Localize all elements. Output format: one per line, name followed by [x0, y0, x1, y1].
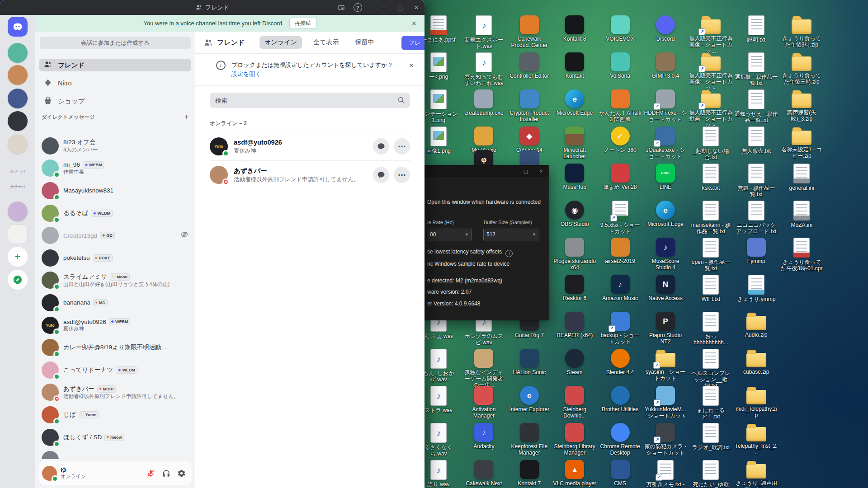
- desktop-icon[interactable]: createdump.exe: [462, 89, 505, 116]
- help-icon[interactable]: ?: [349, 0, 366, 15]
- desktop-icon[interactable]: きょうり.ymmp: [735, 275, 778, 302]
- desktop-icon[interactable]: 通知うぜえ - 親作品一覧.txt: [735, 89, 778, 123]
- discord-home-button[interactable]: [8, 17, 28, 37]
- dm-list-item[interactable]: ほしくず / SD♥meow: [39, 426, 191, 449]
- dm-list-item[interactable]: Yutoasdf@yuto0926◆WEBM夏休み神: [39, 314, 191, 337]
- desktop-icon[interactable]: WIFI.txt: [689, 275, 732, 302]
- desktop-icon[interactable]: ♪Amazon Music: [599, 275, 642, 301]
- desktop-icon[interactable]: ↗backup - ショートカット: [599, 312, 642, 345]
- message-button[interactable]: [373, 138, 389, 155]
- server-name-label[interactable]: かサーバ: [4, 169, 31, 174]
- desktop-icon[interactable]: Chrome Remote Desktop: [599, 423, 642, 456]
- desktop-icon[interactable]: きょうり_調声用データ.zip: [735, 460, 778, 488]
- desktop-icon[interactable]: ↗万引きメモ.txt - ショートカット: [644, 460, 687, 488]
- dm-list-item[interactable]: カレー卯丼@8/19より期限不明活動...: [39, 336, 191, 359]
- desktop-icon[interactable]: 答え知ってもむずいわこれ.wav: [462, 52, 505, 86]
- desktop-icon[interactable]: ↗無人販売不正行為画像 - ショートカット: [689, 52, 732, 91]
- dm-list-item[interactable]: Creator13gd◆GD: [39, 224, 191, 247]
- server-icon[interactable]: [8, 89, 28, 108]
- desktop-icon[interactable]: ◆Cubase 14: [508, 127, 551, 153]
- sidebar-item-shop[interactable]: ショップ: [39, 95, 191, 108]
- microphone-muted-icon[interactable]: [144, 466, 157, 480]
- friend-row[interactable]: Yutoasdf@yuto0926夏休み神⋯: [210, 132, 410, 160]
- desktop-icon[interactable]: cubase.zip: [735, 349, 778, 375]
- server-icon[interactable]: [8, 65, 28, 85]
- tab-pending[interactable]: 保留中: [350, 36, 379, 49]
- desktop-icon[interactable]: ↗家の防犯カメラ - ショートカット: [644, 423, 687, 456]
- server-icon[interactable]: [8, 224, 28, 244]
- desktop-icon[interactable]: 調声練習(失敗)_3.zip: [780, 89, 823, 122]
- desktop-icon[interactable]: Activation Manager: [462, 386, 505, 419]
- desktop-icon[interactable]: Cakewalk Product Center: [508, 15, 551, 48]
- desktop-icon[interactable]: NNative Access: [644, 275, 687, 301]
- desktop-icon[interactable]: 説明.txt: [735, 15, 778, 43]
- desktop-icon[interactable]: Cakewalk Next: [462, 460, 505, 487]
- desktop-icon[interactable]: ニコニコバックアップロード.txt: [735, 201, 778, 235]
- minimize-button[interactable]: —: [376, 0, 392, 15]
- desktop-icon[interactable]: ♪MuseScore Studio 4: [644, 238, 687, 271]
- desktop-icon[interactable]: CMS: [599, 460, 642, 487]
- desktop-icon[interactable]: Controller Editor: [508, 52, 551, 79]
- desktop-icon[interactable]: ↗無人販売不正行為画像 - ショートカッ...: [689, 15, 732, 54]
- desktop-icon[interactable]: MoZA.exe: [462, 127, 505, 153]
- more-button[interactable]: ⋯: [394, 138, 410, 155]
- desktop-icon[interactable]: open - 親作品一覧.txt: [689, 238, 732, 272]
- desktop-icon[interactable]: Kontakt 7: [508, 460, 551, 487]
- desktop-icon[interactable]: Kontakt 8: [553, 15, 596, 42]
- create-dm-icon[interactable]: +: [184, 113, 189, 121]
- maximize-button[interactable]: ▢: [392, 0, 408, 15]
- tab-all[interactable]: 全て表示: [308, 36, 344, 49]
- desktop-icon[interactable]: 孤独なインディーゲーム開発者の一生...: [462, 349, 505, 388]
- dm-list-item[interactable]: poketetsu◆POKE: [39, 247, 191, 269]
- dm-list-item[interactable]: じば☾Yume: [39, 404, 191, 426]
- desktop-icon[interactable]: ▲VLC media player: [553, 460, 596, 487]
- desktop-icon[interactable]: midi_Telepathy.zip: [735, 386, 778, 418]
- desktop-icon[interactable]: PPiapro Studio NT2: [644, 312, 687, 345]
- desktop-icon[interactable]: まにわーるど！.txt: [689, 386, 732, 420]
- message-button[interactable]: [373, 167, 389, 183]
- desktop-icon[interactable]: Audio.zip: [735, 312, 778, 338]
- desktop-icon[interactable]: eMicrosoft Edge: [644, 201, 687, 227]
- server-icon[interactable]: [8, 43, 28, 63]
- desktop-icon[interactable]: ↗YukkunMovieM... - ショートカット: [644, 386, 687, 419]
- gear-icon[interactable]: [175, 466, 188, 480]
- desktop-icon[interactable]: ksks.txt: [689, 164, 732, 191]
- desktop-icon[interactable]: Steinberg Library Manager: [553, 423, 596, 456]
- desktop-icon[interactable]: REAPER (x64): [553, 312, 596, 338]
- desktop-icon[interactable]: きょうり食ってた午後3時-01.cpr: [780, 238, 823, 272]
- desktop-icon[interactable]: Fymmp: [735, 238, 778, 264]
- banner-close-icon[interactable]: ×: [411, 19, 416, 28]
- desktop-icon[interactable]: Brother Utilities: [599, 386, 642, 413]
- desktop-icon[interactable]: Reaktor 6: [553, 275, 596, 301]
- server-icon[interactable]: [8, 202, 28, 221]
- desktop-icon[interactable]: ♪Audacity: [462, 423, 505, 450]
- desktop-icon[interactable]: ✓ノートン 360: [599, 127, 642, 153]
- dm-list-item[interactable]: mi_96◆WEBM作業中毒: [39, 157, 191, 180]
- friend-row[interactable]: あずきバー活動者様以外原則フレンド申請許可してません。⋯: [210, 160, 410, 189]
- sync-sample-rate-option[interactable]: nc Windows sample rate to device: [427, 261, 546, 267]
- dm-list-item[interactable]: スライムアミサ☾Moon山田と山田が好き(山田リョウと笑う4体の山): [39, 269, 191, 292]
- desktop-icon[interactable]: Keepforest File Manager: [508, 423, 551, 456]
- desktop-icon[interactable]: eInternet Explorer: [508, 386, 551, 413]
- headphones-icon[interactable]: [159, 466, 173, 480]
- close-button[interactable]: ×: [408, 0, 425, 15]
- open-settings-link[interactable]: 設定を開く: [231, 70, 261, 77]
- desktop-icon[interactable]: eMicrosoft Edge: [553, 89, 596, 116]
- desktop-icon[interactable]: ↗HDDFMT.exe - ショートカット: [644, 89, 687, 122]
- desktop-icon[interactable]: GIMP 3.0.4: [644, 52, 687, 79]
- dm-list-item[interactable]: るるそば◆WEBM: [39, 202, 191, 225]
- search-input[interactable]: [210, 93, 410, 108]
- desktop-icon[interactable]: VOICEVOX: [599, 15, 642, 42]
- desktop-icon[interactable]: ↗無人販売不正行為動画 - ショートカット: [689, 89, 732, 128]
- desktop-icon[interactable]: manisekarin - 親作品一覧.txt: [689, 201, 732, 235]
- pip-icon[interactable]: [333, 0, 349, 15]
- desktop-icon[interactable]: ラジオ_歌詞.txt: [689, 423, 732, 450]
- buffer-size-select[interactable]: 512 ▼: [483, 229, 539, 240]
- desktop-icon[interactable]: ◉OBS Studio: [553, 201, 596, 227]
- explore-servers-button[interactable]: [8, 270, 28, 290]
- desktop-icon[interactable]: ヘルスコンプレッション__歌詞.txt: [689, 349, 732, 389]
- dm-list-item[interactable]: こってりドーナツ◆WEBM: [39, 359, 191, 381]
- desktop-icon[interactable]: 新規エクスポート.wav: [462, 15, 505, 49]
- add-server-button[interactable]: +: [8, 247, 28, 267]
- join-conversation-button[interactable]: 会話に参加または作成する: [40, 37, 191, 49]
